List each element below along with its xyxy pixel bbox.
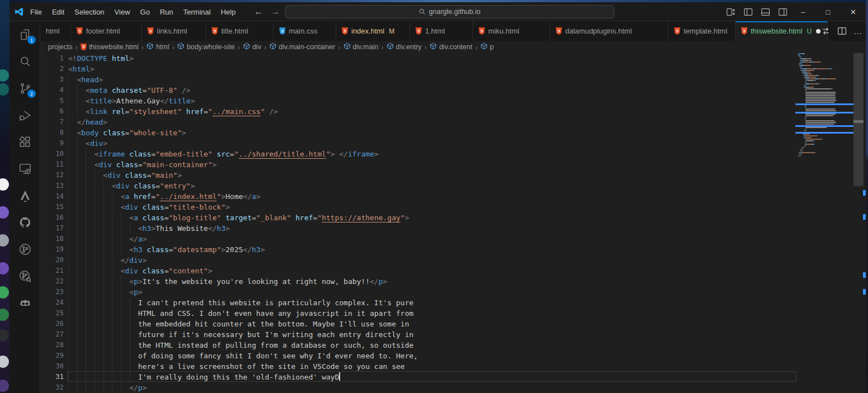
tab-dalamudplugins.html[interactable]: 5dalamudplugins.html	[550, 21, 669, 41]
breadcrumb-item-div.main-container[interactable]: div.main-container	[269, 42, 335, 51]
breadcrumb-item-projects[interactable]: projects	[48, 43, 73, 51]
minimap-line	[804, 130, 807, 131]
activity-gitlens-inspect-icon[interactable]	[9, 263, 40, 290]
tab-label: miku.html	[488, 27, 519, 35]
minimap-line	[804, 135, 818, 136]
toggle-secondary-sidebar-icon[interactable]	[778, 7, 788, 17]
tab-html[interactable]: html	[40, 21, 71, 41]
menu-help[interactable]: Help	[216, 6, 241, 18]
menu-go[interactable]: Go	[135, 6, 155, 18]
maximize-button[interactable]: □	[815, 2, 841, 21]
code-editor[interactable]: 1<!DOCTYPE html>2<html>3<head>4<meta cha…	[40, 53, 866, 393]
tab-title.html[interactable]: 5title.html	[206, 21, 274, 41]
tab-index.html[interactable]: 5index.htmlM	[336, 21, 410, 41]
toggle-panel-icon[interactable]	[761, 7, 770, 17]
activity-a-extension-icon[interactable]	[9, 182, 40, 209]
activity-remote-explorer-icon[interactable]	[9, 155, 40, 182]
code-line-4: <meta charset="UTF-8" />	[68, 85, 190, 96]
breadcrumb-item-div[interactable]: div	[243, 42, 261, 51]
minimap-line	[804, 75, 820, 76]
menu-run[interactable]: Run	[155, 6, 178, 18]
breadcrumb-item-thiswebsite.html[interactable]: 5thiswebsite.html	[80, 43, 139, 51]
tab-footer.html[interactable]: 5footer.html	[71, 21, 142, 41]
background-app-icon	[0, 356, 9, 368]
line-number: 27	[40, 329, 64, 340]
activity-godot-tools-icon[interactable]	[9, 290, 40, 316]
activity-search-icon[interactable]	[9, 48, 40, 75]
tab-1.html[interactable]: 51.html	[410, 21, 473, 41]
tab-bar: html5footer.html5links.html5title.html3m…	[40, 21, 866, 41]
code-line-18: </a>	[68, 234, 147, 244]
minimap-line	[805, 129, 807, 130]
close-button[interactable]: ✕	[841, 2, 866, 21]
minimap-line	[804, 137, 812, 138]
activity-explorer-icon[interactable]: 1	[9, 21, 40, 48]
breadcrumb-item-html[interactable]: html	[146, 42, 169, 51]
html-file-icon: 5	[212, 27, 218, 35]
customize-layout-icon[interactable]	[726, 7, 736, 17]
tab-label: index.html	[351, 27, 384, 35]
line-number: 14	[40, 191, 64, 202]
search-icon	[419, 8, 426, 15]
code-line-10: <iframe class="embed-title" src="../shar…	[68, 149, 379, 159]
breadcrumb-item-div.entry[interactable]: div.entry	[387, 42, 422, 51]
line-number: 9	[40, 138, 64, 149]
tab-miku.html[interactable]: 5miku.html	[473, 21, 550, 41]
minimap-line	[805, 120, 834, 121]
tab-main.css[interactable]: 3main.css	[274, 21, 336, 41]
activity-github-icon[interactable]	[9, 209, 40, 236]
activity-source-control-icon[interactable]: 2	[9, 75, 40, 102]
minimize-button[interactable]: –	[790, 2, 815, 21]
command-center-search[interactable]: gnargle.github.io	[285, 5, 614, 18]
minimap-highlight-line	[795, 103, 853, 105]
menu-edit[interactable]: Edit	[47, 6, 69, 18]
tab-thiswebsite.html[interactable]: 5thiswebsite.htmlU	[736, 21, 828, 41]
code-line-30: here's a live screenshot of the site in …	[68, 361, 405, 372]
minimap-line	[805, 90, 807, 91]
menu-file[interactable]: File	[25, 6, 47, 18]
code-line-28: the HTML instead of pulling from a datab…	[68, 340, 413, 351]
line-number: 6	[40, 106, 64, 117]
html-file-icon: 5	[342, 27, 348, 35]
unsaved-dot-icon[interactable]	[816, 29, 821, 34]
activity-run-debug-icon[interactable]	[9, 102, 40, 129]
menu-view[interactable]: View	[109, 6, 135, 18]
vertical-scrollbar[interactable]	[853, 53, 864, 186]
back-arrow-icon[interactable]: ←	[254, 7, 263, 17]
breadcrumb-item-body.whole-site[interactable]: body.whole-site	[177, 42, 235, 51]
tab-template.html[interactable]: 5template.html	[669, 21, 736, 41]
minimap-line	[803, 134, 810, 135]
activity-extensions-icon[interactable]	[9, 129, 40, 155]
menu-selection[interactable]: Selection	[69, 6, 109, 18]
overview-ruler-mark	[863, 190, 866, 196]
code-line-6: <link rel="stylesheet" href="../main.css…	[68, 106, 278, 117]
code-line-32: </p>	[68, 382, 147, 393]
tab-label: title.html	[221, 27, 248, 35]
menu-terminal[interactable]: Terminal	[178, 6, 216, 18]
toggle-primary-sidebar-icon[interactable]	[743, 7, 753, 17]
minimap-line	[805, 88, 833, 89]
vscode-window: FileEditSelectionViewGoRunTerminalHelp ←…	[9, 2, 866, 393]
overview-ruler-mark	[863, 289, 866, 295]
forward-arrow-icon[interactable]: →	[271, 7, 280, 17]
code-line-1: <!DOCTYPE html>	[68, 53, 133, 64]
minimap-line	[800, 67, 803, 68]
code-line-25: HTML and CSS. I don't even have any java…	[68, 308, 413, 319]
scrollbar-notch	[853, 120, 864, 123]
activity-gitlens-icon[interactable]	[9, 236, 40, 263]
more-actions-icon[interactable]: …	[853, 26, 862, 36]
breadcrumb-separator-icon: ›	[171, 43, 175, 51]
symbol-cube-icon	[177, 42, 184, 51]
breadcrumb-item-div.main[interactable]: div.main	[344, 42, 379, 51]
split-editor-icon[interactable]	[837, 26, 847, 36]
html-file-icon: 5	[741, 27, 747, 35]
background-app-icon	[0, 286, 9, 299]
breadcrumb-item-p[interactable]: p	[480, 42, 494, 51]
minimap-line	[805, 124, 833, 125]
tab-links.html[interactable]: 5links.html	[142, 21, 206, 41]
open-changes-icon[interactable]	[821, 26, 831, 36]
desktop-wallpaper-left	[0, 0, 9, 393]
overview-ruler-mark	[863, 272, 866, 278]
breadcrumb-item-div.content[interactable]: div.content	[430, 42, 473, 51]
line-number: 10	[40, 149, 64, 159]
